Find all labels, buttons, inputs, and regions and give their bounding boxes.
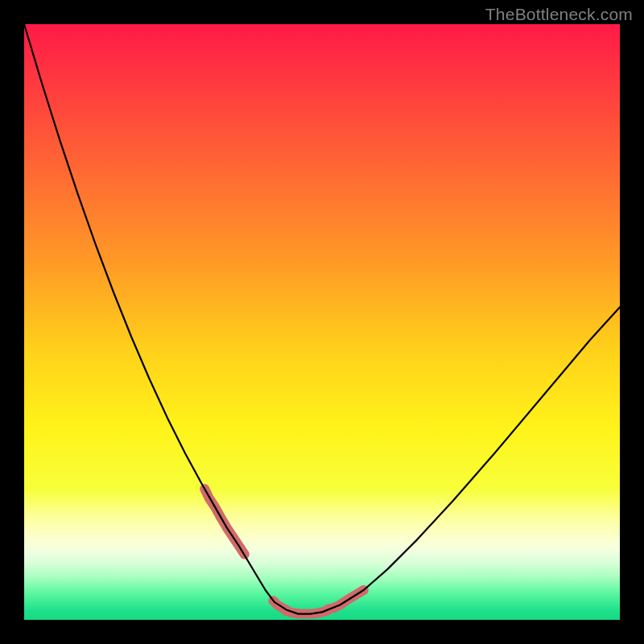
chart-frame: TheBottleneck.com <box>0 0 644 644</box>
gradient-background <box>24 24 620 620</box>
watermark-text: TheBottleneck.com <box>485 5 633 24</box>
bottleneck-chart <box>0 0 644 644</box>
